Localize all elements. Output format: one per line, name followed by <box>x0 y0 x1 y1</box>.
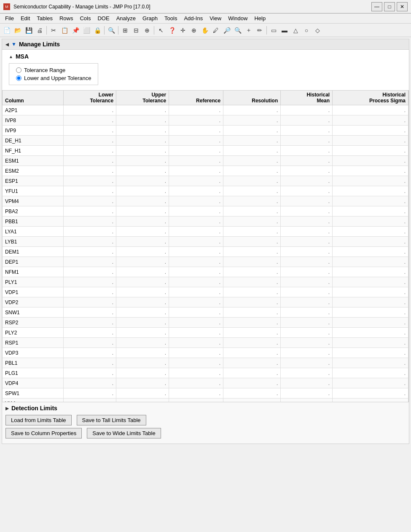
menu-item-analyze[interactable]: Analyze <box>113 14 139 22</box>
cell-value[interactable]: . <box>116 176 169 186</box>
cell-value[interactable]: . <box>116 196 169 206</box>
paste-icon[interactable]: 📌 <box>70 25 81 35</box>
cell-value[interactable]: . <box>64 287 116 297</box>
cell-value[interactable]: . <box>64 206 116 217</box>
cell-value[interactable]: . <box>116 348 169 358</box>
triangle-icon[interactable]: △ <box>290 25 301 35</box>
menu-item-add-ins[interactable]: Add-Ins <box>180 14 206 22</box>
cell-value[interactable]: . <box>281 297 333 307</box>
save-icon[interactable]: 💾 <box>24 25 34 35</box>
cell-value[interactable]: . <box>64 338 116 348</box>
cell-value[interactable]: . <box>116 398 169 402</box>
cell-value[interactable]: . <box>64 398 116 402</box>
cell-value[interactable]: . <box>64 277 116 287</box>
cell-value[interactable]: . <box>333 267 408 277</box>
minimize-button[interactable]: — <box>371 2 382 11</box>
cell-value[interactable]: . <box>333 348 408 358</box>
cell-value[interactable]: . <box>116 227 169 237</box>
detection-expand-arrow[interactable]: ▶ <box>5 406 9 411</box>
add-rows-icon[interactable]: ⊕ <box>142 25 152 35</box>
cell-value[interactable]: . <box>116 237 169 247</box>
cell-value[interactable]: . <box>223 277 281 287</box>
cell-value[interactable]: . <box>116 338 169 348</box>
cell-value[interactable]: . <box>281 186 333 196</box>
cell-value[interactable]: . <box>223 318 281 328</box>
save-to-column-properties-button[interactable]: Save to Column Properties <box>5 428 82 438</box>
cell-value[interactable]: . <box>223 307 281 318</box>
menu-item-window[interactable]: Window <box>225 14 251 22</box>
cell-value[interactable]: . <box>64 156 116 166</box>
cell-value[interactable]: . <box>64 257 116 267</box>
menu-item-tools[interactable]: Tools <box>161 14 180 22</box>
cell-value[interactable]: . <box>169 227 223 237</box>
cell-value[interactable]: . <box>223 257 281 267</box>
cell-value[interactable]: . <box>64 115 116 126</box>
cell-value[interactable]: . <box>116 307 169 318</box>
cell-value[interactable]: . <box>223 115 281 126</box>
cell-value[interactable]: . <box>64 307 116 318</box>
cell-value[interactable]: . <box>169 176 223 186</box>
cell-value[interactable]: . <box>116 247 169 257</box>
cell-value[interactable]: . <box>223 388 281 398</box>
cell-value[interactable]: . <box>333 126 408 136</box>
cell-value[interactable]: . <box>116 297 169 307</box>
cell-value[interactable]: . <box>333 227 408 237</box>
cell-value[interactable]: . <box>169 368 223 378</box>
menu-item-help[interactable]: Help <box>251 14 269 22</box>
cell-value[interactable]: . <box>116 378 169 388</box>
cell-value[interactable]: . <box>64 166 116 176</box>
cell-value[interactable]: . <box>281 166 333 176</box>
cell-value[interactable]: . <box>116 126 169 136</box>
radio-lower-upper[interactable]: Lower and Upper Tolerance <box>16 75 91 81</box>
cell-value[interactable]: . <box>333 237 408 247</box>
column-icon[interactable]: ⊟ <box>131 25 141 35</box>
cell-value[interactable]: . <box>169 267 223 277</box>
cell-value[interactable]: . <box>64 388 116 398</box>
cell-value[interactable]: . <box>281 146 333 156</box>
menu-item-edit[interactable]: Edit <box>17 14 33 22</box>
cell-value[interactable]: . <box>281 247 333 257</box>
section-dropdown-icon[interactable]: ▼ <box>11 41 16 47</box>
cell-value[interactable]: . <box>116 166 169 176</box>
cell-value[interactable]: . <box>281 176 333 186</box>
cell-value[interactable]: . <box>333 247 408 257</box>
cell-value[interactable]: . <box>116 287 169 297</box>
cell-value[interactable]: . <box>169 136 223 146</box>
cell-value[interactable]: . <box>223 126 281 136</box>
help-icon[interactable]: ❓ <box>167 25 177 35</box>
cell-value[interactable]: . <box>64 146 116 156</box>
cell-value[interactable]: . <box>116 368 169 378</box>
cell-value[interactable]: . <box>333 378 408 388</box>
cell-value[interactable]: . <box>64 227 116 237</box>
menu-item-tables[interactable]: Tables <box>33 14 56 22</box>
search-icon[interactable]: 🔍 <box>106 25 116 35</box>
clear-icon[interactable]: ⬜ <box>81 25 91 35</box>
cell-value[interactable]: . <box>169 277 223 287</box>
cell-value[interactable]: . <box>281 348 333 358</box>
diamond-icon[interactable]: ◇ <box>312 25 322 35</box>
cell-value[interactable]: . <box>281 267 333 277</box>
save-to-wide-limits-table-button[interactable]: Save to Wide Limits Table <box>87 428 161 438</box>
cell-value[interactable]: . <box>64 186 116 196</box>
cell-value[interactable]: . <box>64 247 116 257</box>
cell-value[interactable]: . <box>169 388 223 398</box>
cell-value[interactable]: . <box>223 287 281 297</box>
menu-item-rows[interactable]: Rows <box>56 14 77 22</box>
cell-value[interactable]: . <box>281 277 333 287</box>
cell-value[interactable]: . <box>333 217 408 227</box>
cell-value[interactable]: . <box>223 136 281 146</box>
cell-value[interactable]: . <box>333 277 408 287</box>
cell-value[interactable]: . <box>169 156 223 166</box>
open-icon[interactable]: 📂 <box>13 25 23 35</box>
cell-value[interactable]: . <box>64 358 116 368</box>
cell-value[interactable]: . <box>169 206 223 217</box>
cell-value[interactable]: . <box>116 257 169 267</box>
cell-value[interactable]: . <box>223 378 281 388</box>
cell-value[interactable]: . <box>116 156 169 166</box>
cell-value[interactable]: . <box>281 196 333 206</box>
cell-value[interactable]: . <box>281 318 333 328</box>
cell-value[interactable]: . <box>223 237 281 247</box>
cell-value[interactable]: . <box>333 307 408 318</box>
cell-value[interactable]: . <box>333 257 408 267</box>
cell-value[interactable]: . <box>223 398 281 402</box>
